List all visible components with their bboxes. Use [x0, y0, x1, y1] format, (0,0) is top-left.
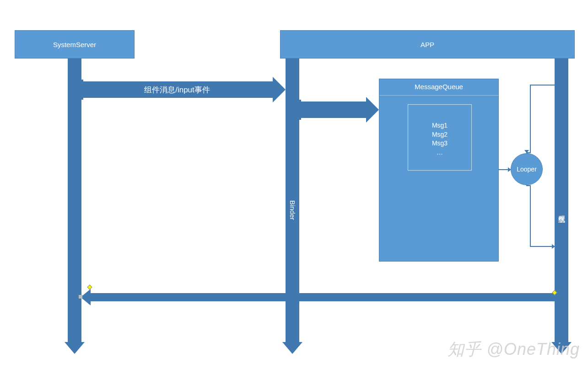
binder-lifeline-label: Binder	[286, 183, 299, 238]
input-event-arrow: 组件消息/input事件	[81, 81, 273, 98]
msg-item: Msg3	[408, 139, 471, 148]
return-arrow	[91, 293, 555, 301]
input-event-arrow-label: 组件消息/input事件	[81, 85, 273, 95]
message-queue-box: MessageQueue Msg1 Msg2 Msg3 …	[379, 79, 499, 262]
message-list-box: Msg1 Msg2 Msg3 …	[408, 104, 472, 171]
loop-top-v	[530, 85, 531, 153]
msg-item: Msg1	[408, 121, 471, 130]
app-header: APP	[280, 30, 575, 59]
loop-top-joint	[526, 152, 531, 153]
binder-to-queue-arrow	[299, 102, 366, 118]
queue-to-looper-arrow	[499, 169, 508, 170]
app-label: APP	[421, 41, 434, 48]
loop-bot-to-mainthread	[530, 246, 552, 247]
msg-item: Msg2	[408, 130, 471, 139]
system-server-header: SystemServer	[15, 30, 135, 59]
watermark-text: 知乎 @OneThing	[448, 338, 580, 361]
resize-handle-icon	[79, 295, 82, 299]
message-queue-title: MessageQueue	[379, 79, 498, 96]
loop-bot-joint	[526, 185, 531, 186]
looper-label: Looper	[517, 166, 537, 173]
looper-node: Looper	[511, 153, 543, 185]
loop-top-h1	[530, 85, 555, 86]
loop-bot-v	[530, 185, 531, 247]
msg-item: …	[408, 148, 471, 157]
system-server-label: SystemServer	[53, 41, 96, 48]
main-thread-lifeline-label: 主线程	[555, 183, 568, 238]
system-server-lifeline	[68, 59, 81, 342]
